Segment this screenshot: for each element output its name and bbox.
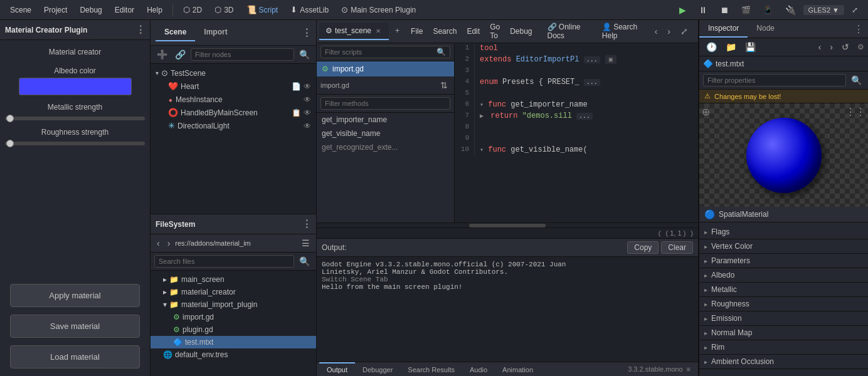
fs-item-main-screen[interactable]: ▸ 📁 main_screen <box>151 273 316 286</box>
fs-search-input[interactable] <box>154 255 294 268</box>
handled-script-icon[interactable]: 📋 <box>292 108 301 117</box>
save-material-btn[interactable]: Save material <box>10 315 140 338</box>
output-tab-output[interactable]: Output <box>319 362 355 376</box>
code-tab-add[interactable]: + <box>389 23 406 40</box>
expand-button[interactable]: ⤢ <box>847 4 863 16</box>
mode-assetlib-btn[interactable]: ⬇ AssetLib <box>285 3 334 16</box>
tree-item-handled[interactable]: ⭕ HandledByMainScreen 📋 👁 <box>151 106 316 119</box>
panel-menu-btn[interactable]: ⋮ <box>135 24 145 36</box>
heart-visible-icon[interactable]: 👁 <box>304 82 311 91</box>
code-menu-goto[interactable]: Go To <box>485 20 505 43</box>
inspector-menu-btn[interactable]: ⋮ <box>854 23 863 35</box>
nav-next-btn[interactable]: › <box>665 25 673 38</box>
link-btn[interactable]: 🔗 <box>172 48 188 61</box>
debug-button[interactable]: 🔌 <box>780 3 801 17</box>
prop-albedo[interactable]: ▸ Albedo <box>699 268 868 283</box>
roughness-strength-thumb[interactable] <box>6 140 14 147</box>
filter-methods-input[interactable] <box>320 97 450 110</box>
code-online-docs[interactable]: 🔗 Online Docs <box>542 20 592 43</box>
fs-item-import-gd[interactable]: ⚙ import.gd <box>151 311 316 323</box>
handled-visible-icon[interactable]: 👁 <box>304 108 311 117</box>
tree-item-meshinstance[interactable]: ⬥ MeshInstance 👁 <box>151 93 316 106</box>
script-file-import-gd[interactable]: ⚙ import.gd <box>317 61 454 76</box>
fs-back-btn[interactable]: ‹ <box>154 237 162 249</box>
roughness-strength-slider[interactable] <box>5 142 145 145</box>
code-scrollbar[interactable] <box>317 222 698 227</box>
menu-editor[interactable]: Editor <box>110 3 139 17</box>
output-tab-debugger[interactable]: Debugger <box>355 362 400 376</box>
clear-btn[interactable]: Clear <box>661 241 693 254</box>
inspector-tab-node[interactable]: Node <box>748 20 783 38</box>
filter-scripts-input[interactable] <box>325 48 434 56</box>
fold-2[interactable]: ... <box>584 79 600 86</box>
tree-item-heart[interactable]: ❤️ Heart 📄 👁 <box>151 80 316 93</box>
fs-panel-menu[interactable]: ⋮ <box>302 218 311 230</box>
method-get-recognized-ext[interactable]: get_recognized_exte... <box>317 140 454 154</box>
method-get-visible-name[interactable]: get_visible_name <box>317 127 454 140</box>
fs-item-material-creator[interactable]: ▸ 📁 material_creator <box>151 286 316 298</box>
fs-forward-btn[interactable]: › <box>165 237 173 249</box>
fs-item-material-import[interactable]: ▾ 📁 material_import_plugin <box>151 298 316 311</box>
code-tab-test-scene[interactable]: ⚙ test_scene ✕ <box>319 23 389 40</box>
prop-ambient-occlusion[interactable]: ▸ Ambient Occlusion <box>699 355 868 369</box>
heart-script-icon[interactable]: 📄 <box>292 82 301 91</box>
code-scrollbar-thumb[interactable] <box>469 224 546 227</box>
mode-script-btn[interactable]: 📜 Script <box>241 3 283 16</box>
filter-nodes-input[interactable] <box>191 48 294 61</box>
deploy-button[interactable]: 📱 <box>758 4 778 16</box>
prop-roughness[interactable]: ▸ Roughness <box>699 297 868 311</box>
load-material-btn[interactable]: Load material <box>10 345 140 368</box>
insp-expand-btn[interactable]: ⚙ <box>857 43 864 51</box>
tree-item-root[interactable]: ▾ ⊙ TestScene <box>151 66 316 80</box>
tree-item-directional[interactable]: ✳ DirectionalLight 👁 <box>151 119 316 132</box>
stop-button[interactable]: ⏹ <box>715 3 734 17</box>
insp-folder-icon[interactable]: 📁 <box>722 41 739 53</box>
menu-scene[interactable]: Scene <box>5 3 36 17</box>
metallic-strength-thumb[interactable] <box>6 115 14 122</box>
insp-prev-btn[interactable]: ‹ <box>815 41 825 53</box>
metallic-strength-slider[interactable] <box>5 117 145 120</box>
scene-panel-menu[interactable]: ⋮ <box>302 27 311 39</box>
movie-button[interactable]: 🎬 <box>736 4 756 16</box>
prop-vertex-color[interactable]: ▸ Vertex Color <box>699 239 868 254</box>
mode-mainscreen-btn[interactable]: ⊙ Main Screen Plugin <box>336 3 421 16</box>
tab-scene[interactable]: Scene <box>156 24 195 41</box>
fold-3[interactable]: ... <box>576 113 593 120</box>
code-menu-edit[interactable]: Edit <box>462 24 485 38</box>
prop-parameters[interactable]: ▸ Parameters <box>699 254 868 268</box>
script-sort-btn[interactable]: ⇅ <box>438 79 450 91</box>
menu-project[interactable]: Project <box>39 3 72 17</box>
fs-search-icon[interactable]: 🔍 <box>297 255 312 268</box>
prop-metallic[interactable]: ▸ Metallic <box>699 283 868 297</box>
code-menu-debug[interactable]: Debug <box>505 24 537 38</box>
directional-visible-icon[interactable]: 👁 <box>304 122 311 130</box>
insp-history-icon[interactable]: 🕐 <box>703 41 720 53</box>
play-button[interactable]: ▶ <box>674 3 691 17</box>
insp-save-icon[interactable]: 💾 <box>742 41 759 53</box>
prop-flags[interactable]: ▸ Flags <box>699 225 868 239</box>
insp-next-btn[interactable]: › <box>827 41 836 53</box>
prop-normal-map[interactable]: ▸ Normal Map <box>699 326 868 340</box>
fold-1[interactable]: ... <box>584 56 600 63</box>
fs-item-default-env[interactable]: 🌐 default_env.tres <box>151 348 316 361</box>
output-tab-animation[interactable]: Animation <box>495 362 541 376</box>
apply-material-btn[interactable]: Apply material <box>10 284 140 307</box>
search-node-icon[interactable]: 🔍 <box>297 48 312 61</box>
copy-btn[interactable]: Copy <box>627 241 659 254</box>
preview-tl-icon[interactable]: ⊕ <box>702 106 710 118</box>
pause-button[interactable]: ⏸ <box>694 3 712 17</box>
code-tab-close[interactable]: ✕ <box>374 27 383 35</box>
code-search-help[interactable]: 👤 Search Help <box>597 20 647 43</box>
prop-rim[interactable]: ▸ Rim <box>699 340 868 355</box>
fs-item-test-mtxt[interactable]: 🔷 test.mtxt <box>151 336 316 348</box>
albedo-color-swatch[interactable] <box>19 78 132 95</box>
output-tab-audio[interactable]: Audio <box>462 362 495 376</box>
insp-refresh-btn[interactable]: ↺ <box>839 41 852 53</box>
code-editor[interactable]: 1 tool 2 extends EditorImportPl ... ▣ <box>455 43 698 222</box>
add-node-btn[interactable]: ➕ <box>154 48 170 61</box>
inspector-tab-inspector[interactable]: Inspector <box>699 20 748 38</box>
mode-3d-btn[interactable]: ⬡ 3D <box>209 3 238 16</box>
fs-item-plugin-gd[interactable]: ⚙ plugin.gd <box>151 323 316 336</box>
insp-filter-input[interactable] <box>703 74 846 86</box>
method-get-importer-name[interactable]: get_importer_name <box>317 113 454 127</box>
